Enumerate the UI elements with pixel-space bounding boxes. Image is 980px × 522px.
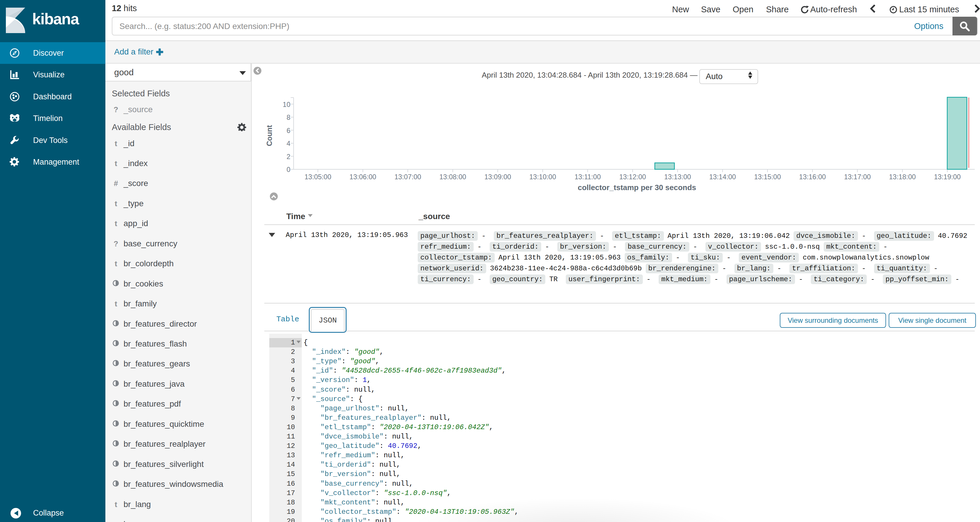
svg-text:13:13:00: 13:13:00 xyxy=(664,173,691,181)
svg-text:collector_tstamp per 30 second: collector_tstamp per 30 seconds xyxy=(578,183,696,192)
svg-text:13:06:00: 13:06:00 xyxy=(350,173,376,181)
svg-text:13:15:00: 13:15:00 xyxy=(754,173,781,181)
svg-text:13:18:00: 13:18:00 xyxy=(889,173,916,181)
svg-text:13:08:00: 13:08:00 xyxy=(439,173,466,181)
svg-text:13:19:00: 13:19:00 xyxy=(934,173,961,181)
svg-text:13:05:00: 13:05:00 xyxy=(304,173,331,181)
svg-text:13:12:00: 13:12:00 xyxy=(619,173,646,181)
svg-text:10: 10 xyxy=(283,101,290,109)
svg-text:13:09:00: 13:09:00 xyxy=(484,173,511,181)
svg-text:13:14:00: 13:14:00 xyxy=(709,173,736,181)
svg-text:6: 6 xyxy=(286,127,290,134)
svg-text:13:16:00: 13:16:00 xyxy=(799,173,826,181)
svg-text:13:11:00: 13:11:00 xyxy=(574,173,601,181)
svg-text:8: 8 xyxy=(286,114,290,121)
svg-text:Count: Count xyxy=(265,125,274,146)
svg-text:13:10:00: 13:10:00 xyxy=(529,173,556,181)
svg-text:13:07:00: 13:07:00 xyxy=(394,173,421,181)
svg-text:2: 2 xyxy=(286,153,290,161)
svg-text:13:17:00: 13:17:00 xyxy=(844,173,870,181)
svg-text:0: 0 xyxy=(286,166,290,173)
svg-text:4: 4 xyxy=(286,140,290,147)
